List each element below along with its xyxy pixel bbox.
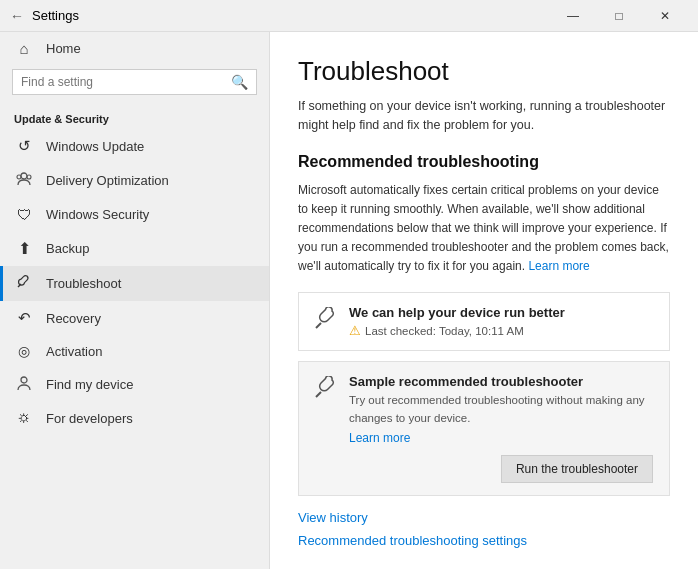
title-bar: ← Settings — □ ✕ — [0, 0, 698, 32]
card2-desc: Try out recommended troubleshooting with… — [349, 392, 655, 427]
home-icon: ⌂ — [14, 40, 34, 57]
sidebar-item-recovery[interactable]: ↶ Recovery — [0, 301, 269, 335]
windows-update-icon: ↺ — [14, 137, 34, 155]
sidebar-item-for-developers[interactable]: ⛭ For developers — [0, 402, 269, 434]
sidebar-item-backup[interactable]: ⬆ Backup — [0, 231, 269, 266]
sidebar-item-troubleshoot[interactable]: Troubleshoot — [0, 266, 269, 301]
sidebar-item-backup-label: Backup — [46, 241, 89, 256]
find-my-device-icon — [14, 375, 34, 394]
activation-icon: ◎ — [14, 343, 34, 359]
card1-content: We can help your device run better ⚠ Las… — [349, 305, 655, 338]
card-run-better: We can help your device run better ⚠ Las… — [298, 292, 670, 351]
card1-status-text: Last checked: Today, 10:11 AM — [365, 325, 524, 337]
sidebar-item-activation[interactable]: ◎ Activation — [0, 335, 269, 367]
sidebar-item-delivery-optimization[interactable]: Delivery Optimization — [0, 163, 269, 198]
sidebar-item-activation-label: Activation — [46, 344, 102, 359]
recommended-section-body: Microsoft automatically fixes certain cr… — [298, 181, 670, 277]
recommended-learn-more-link[interactable]: Learn more — [528, 259, 589, 273]
svg-point-0 — [21, 173, 27, 179]
section-header: Update & Security — [0, 107, 269, 129]
sidebar-item-recovery-label: Recovery — [46, 311, 101, 326]
link-row: View history Recommended troubleshooting… — [298, 510, 670, 548]
sidebar: ⌂ Home 🔍 Update & Security ↺ Windows Upd… — [0, 32, 270, 569]
content-area: Troubleshoot If something on your device… — [270, 32, 698, 569]
close-button[interactable]: ✕ — [642, 0, 688, 32]
windows-security-icon: 🛡 — [14, 206, 34, 223]
sidebar-item-windows-update-label: Windows Update — [46, 139, 144, 154]
run-troubleshooter-button[interactable]: Run the troubleshooter — [501, 455, 653, 483]
run-btn-row: Run the troubleshooter — [349, 455, 655, 483]
svg-point-1 — [17, 175, 21, 179]
search-icon: 🔍 — [231, 74, 248, 90]
sidebar-item-troubleshoot-label: Troubleshoot — [46, 276, 121, 291]
card2-content: Sample recommended troubleshooter Try ou… — [349, 374, 655, 483]
sidebar-item-for-developers-label: For developers — [46, 411, 133, 426]
recovery-icon: ↶ — [14, 309, 34, 327]
page-title: Troubleshoot — [298, 56, 670, 87]
title-bar-left: ← Settings — [10, 8, 79, 24]
sidebar-item-home-label: Home — [46, 41, 81, 56]
backup-icon: ⬆ — [14, 239, 34, 258]
page-subtitle: If something on your device isn't workin… — [298, 97, 670, 135]
sidebar-item-find-my-device-label: Find my device — [46, 377, 133, 392]
title-bar-controls: — □ ✕ — [550, 0, 688, 32]
card-sample-troubleshooter: Sample recommended troubleshooter Try ou… — [298, 361, 670, 496]
recommended-settings-link[interactable]: Recommended troubleshooting settings — [298, 533, 670, 548]
search-box: 🔍 — [12, 69, 257, 95]
sidebar-item-windows-security[interactable]: 🛡 Windows Security — [0, 198, 269, 231]
sidebar-item-delivery-optimization-label: Delivery Optimization — [46, 173, 169, 188]
card2-icon — [313, 376, 337, 406]
for-developers-icon: ⛭ — [14, 410, 34, 426]
warning-icon: ⚠ — [349, 323, 361, 338]
title-bar-title: Settings — [32, 8, 79, 23]
card1-icon — [313, 307, 337, 337]
svg-point-2 — [27, 175, 31, 179]
delivery-optimization-icon — [14, 171, 34, 190]
main-layout: ⌂ Home 🔍 Update & Security ↺ Windows Upd… — [0, 32, 698, 569]
search-input[interactable] — [21, 75, 231, 89]
card1-title: We can help your device run better — [349, 305, 655, 320]
sidebar-item-windows-update[interactable]: ↺ Windows Update — [0, 129, 269, 163]
back-icon[interactable]: ← — [10, 8, 24, 24]
card2-learn-more-link[interactable]: Learn more — [349, 431, 655, 445]
card1-status: ⚠ Last checked: Today, 10:11 AM — [349, 323, 655, 338]
sidebar-item-home[interactable]: ⌂ Home — [0, 32, 269, 65]
card2-title: Sample recommended troubleshooter — [349, 374, 655, 389]
maximize-button[interactable]: □ — [596, 0, 642, 32]
troubleshoot-icon — [14, 274, 34, 293]
minimize-button[interactable]: — — [550, 0, 596, 32]
recommended-section-title: Recommended troubleshooting — [298, 153, 670, 171]
sidebar-item-windows-security-label: Windows Security — [46, 207, 149, 222]
sidebar-item-find-my-device[interactable]: Find my device — [0, 367, 269, 402]
view-history-link[interactable]: View history — [298, 510, 670, 525]
svg-point-3 — [21, 377, 27, 383]
